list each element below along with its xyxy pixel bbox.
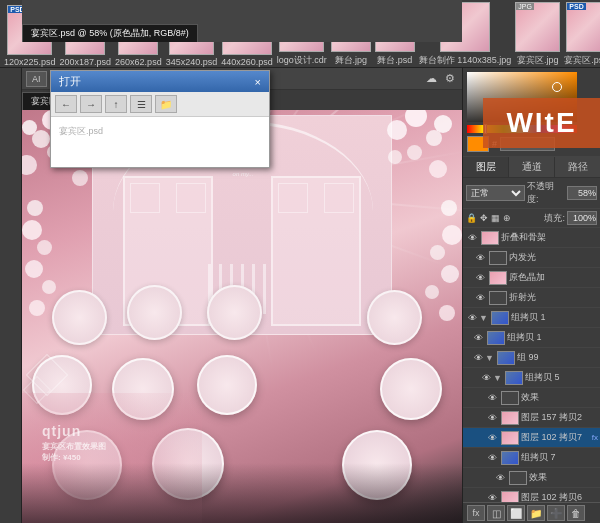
pixel-lock-icon[interactable]: ▦ <box>491 213 500 223</box>
thumbnail-item[interactable]: JPG宴宾区.jpg <box>515 2 560 67</box>
new-group-btn[interactable]: 📁 <box>527 505 545 521</box>
layer-item[interactable]: 👁 图层 157 拷贝2 <box>463 408 600 428</box>
tab-channels[interactable]: 通道 <box>509 157 555 177</box>
opacity-input[interactable] <box>567 186 597 200</box>
thumbnail-label: 120x225.psd <box>4 57 56 67</box>
thumbnail-label: 宴宾区.psd <box>564 54 600 67</box>
layer-name: 效果 <box>529 471 598 484</box>
open-dialog-title-text: 打开 <box>59 74 81 89</box>
layer-eye[interactable]: 👁 <box>485 491 499 503</box>
open-dialog-content: 宴宾区.psd <box>55 121 265 142</box>
group-arrow[interactable]: ▼ <box>485 353 494 363</box>
open-dialog: 打开 × ← → ↑ ☰ 📁 宴宾区.psd <box>50 70 270 168</box>
mask-btn[interactable]: ⬜ <box>507 505 525 521</box>
dialog-back-btn[interactable]: ← <box>55 95 77 113</box>
layer-name: 组拷贝 1 <box>507 331 598 344</box>
doc-tab-active[interactable]: 宴宾区.psd @ 58% (原色晶加, RGB/8#) <box>22 24 198 42</box>
delete-layer-btn[interactable]: 🗑 <box>567 505 585 521</box>
thumbnail-label: logo设计.cdr <box>277 54 327 67</box>
layer-group[interactable]: 👁 ▼ 组 99 <box>463 348 600 368</box>
layer-thumb <box>497 351 515 365</box>
fill-row: 🔒 ✥ ▦ ⊕ 填充: <box>463 209 600 228</box>
thumbnail-item[interactable]: PSD宴宾区.psd <box>564 2 600 67</box>
file-badge: PSD <box>567 3 585 10</box>
group-arrow[interactable]: ▼ <box>479 313 488 323</box>
layer-eye[interactable]: 👁 <box>485 391 499 405</box>
layer-item[interactable]: 👁 折叠和骨架 <box>463 228 600 248</box>
lock-icons: 🔒 ✥ ▦ ⊕ <box>466 213 511 223</box>
wedding-canvas: the valueof your lovecannotdisappearon m… <box>22 110 462 523</box>
layer-item[interactable]: 👁 内发光 <box>463 248 600 268</box>
opacity-label: 不透明度: <box>527 180 565 206</box>
thumbnail-label: 440x260.psd <box>221 57 273 67</box>
left-toolbar <box>0 68 22 523</box>
layer-group[interactable]: 👁 ▼ 组拷贝 5 <box>463 368 600 388</box>
adjustment-layer-btn[interactable]: ◫ <box>487 505 505 521</box>
fx-button[interactable]: fx <box>467 505 485 521</box>
layer-eye[interactable]: 👁 <box>473 291 487 305</box>
dialog-view-btn[interactable]: ☰ <box>130 95 152 113</box>
layer-eye[interactable]: 👁 <box>471 351 485 365</box>
layer-name: 折叠和骨架 <box>501 231 598 244</box>
thumbnail-label: 舞台.jpg <box>335 54 368 67</box>
layer-thumb <box>489 291 507 305</box>
open-dialog-close-btn[interactable]: × <box>255 76 261 88</box>
dialog-up-btn[interactable]: ↑ <box>105 95 127 113</box>
group-arrow[interactable]: ▼ <box>493 373 502 383</box>
layer-name: 原色晶加 <box>509 271 598 284</box>
layer-group[interactable]: 👁 ▼ 组拷贝 1 <box>463 308 600 328</box>
layer-name: 内发光 <box>509 251 598 264</box>
cloud-icon[interactable]: ☁ <box>423 72 440 85</box>
layer-thumb <box>509 471 527 485</box>
lock-icon[interactable]: 🔒 <box>466 213 477 223</box>
layer-thumb <box>505 371 523 385</box>
layer-eye[interactable]: 👁 <box>465 231 479 245</box>
ai-btn[interactable]: AI <box>26 71 47 87</box>
thumbnail-label: 舞台制作 1140x385.jpg <box>419 54 512 67</box>
settings-icon[interactable]: ⚙ <box>442 72 458 85</box>
layer-eye[interactable]: 👁 <box>473 271 487 285</box>
position-lock-icon[interactable]: ⊕ <box>503 213 511 223</box>
blend-mode-row: 正常 不透明度: <box>463 178 600 209</box>
layer-eye[interactable]: 👁 <box>493 471 507 485</box>
layer-effect[interactable]: 👁 效果 <box>463 388 600 408</box>
blend-mode-select[interactable]: 正常 <box>466 185 525 201</box>
layer-thumb <box>501 491 519 503</box>
layer-name: 组拷贝 1 <box>511 311 598 324</box>
new-layer-btn[interactable]: ➕ <box>547 505 565 521</box>
dialog-newdir-btn[interactable]: 📁 <box>155 95 177 113</box>
wite-label: WItE <box>506 107 576 139</box>
layer-group[interactable]: 👁 组拷贝 7 <box>463 448 600 468</box>
layer-eye[interactable]: 👁 <box>485 451 499 465</box>
file-badge: JPG <box>516 3 534 10</box>
layer-item[interactable]: 👁 折射光 <box>463 288 600 308</box>
layer-name: 效果 <box>521 391 598 404</box>
layer-eye[interactable]: 👁 <box>485 431 499 445</box>
layer-thumb <box>501 431 519 445</box>
layer-name: 组 99 <box>517 351 598 364</box>
layer-item-selected[interactable]: 👁 图层 102 拷贝7 fx <box>463 428 600 448</box>
layer-name: 图层 102 拷贝7 <box>521 431 590 444</box>
layer-eye[interactable]: 👁 <box>473 251 487 265</box>
tab-paths[interactable]: 路径 <box>555 157 600 177</box>
layer-item[interactable]: 👁 组拷贝 1 <box>463 328 600 348</box>
layer-name: 组拷贝 5 <box>525 371 598 384</box>
layer-eye[interactable]: 👁 <box>465 311 479 325</box>
layer-effect[interactable]: 👁 效果 <box>463 468 600 488</box>
tab-layers[interactable]: 图层 <box>463 157 509 177</box>
layer-thumb <box>487 331 505 345</box>
layer-name: 图层 157 拷贝2 <box>521 411 598 424</box>
fill-label: 填充: <box>544 212 565 225</box>
layer-thumb <box>501 411 519 425</box>
fill-input[interactable] <box>567 211 597 225</box>
layer-eye[interactable]: 👁 <box>485 411 499 425</box>
layer-thumb <box>481 231 499 245</box>
layer-name: 组拷贝 7 <box>521 451 598 464</box>
layer-item[interactable]: 👁 原色晶加 <box>463 268 600 288</box>
dialog-forward-btn[interactable]: → <box>80 95 102 113</box>
layer-eye[interactable]: 👁 <box>471 331 485 345</box>
move-lock-icon[interactable]: ✥ <box>480 213 488 223</box>
layer-eye[interactable]: 👁 <box>479 371 493 385</box>
layer-name: 图层 102 拷贝6 <box>521 491 598 502</box>
layer-item[interactable]: 👁 图层 102 拷贝6 <box>463 488 600 502</box>
